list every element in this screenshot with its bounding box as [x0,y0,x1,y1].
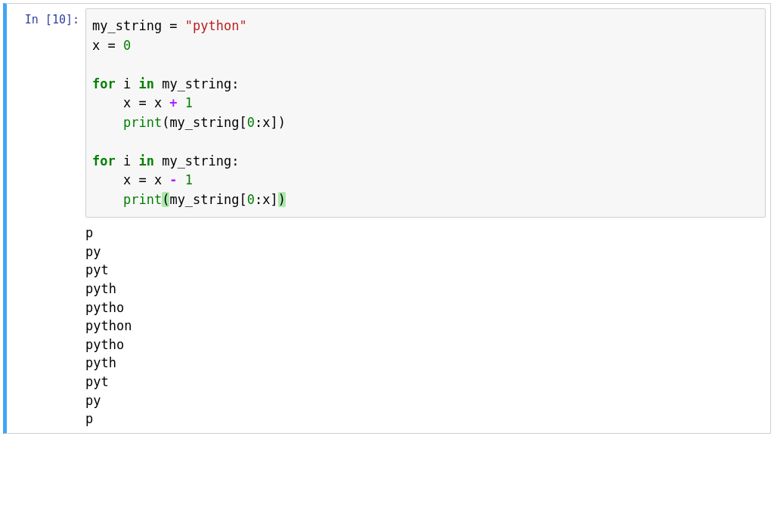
code-keyword: for [92,153,116,169]
prompt-suffix: ]: [66,13,79,26]
output-line: p [85,225,93,240]
prompt-prefix: In [ [25,13,52,26]
output-line: py [85,393,101,408]
code-number: 0 [123,38,131,53]
output-line: pyt [85,262,109,277]
output-line: pyth [85,281,116,296]
code-token: x = [92,38,123,53]
code-token: (my_string[ [162,115,247,130]
code-string-literal: "python" [185,18,247,33]
code-token: x = x [92,172,169,187]
code-builtin: print [123,192,162,207]
code-operator: - [169,172,177,187]
code-token: i [116,153,139,169]
code-keyword: for [92,76,116,91]
code-token [178,95,185,110]
code-number: 1 [185,95,193,110]
output-line: pyt [85,374,109,389]
code-token: = [162,18,185,33]
notebook-cell: In [10]: my_string = "python" x = 0 for … [3,3,771,434]
cell-content: my_string = "python" x = 0 for i in my_s… [85,8,766,428]
code-token [178,172,185,187]
code-number: 0 [247,115,255,130]
code-token: :x]) [255,115,286,130]
output-line: pyth [85,355,116,370]
code-number: 0 [247,192,255,207]
code-token: :x] [255,192,278,207]
code-input[interactable]: my_string = "python" x = 0 for i in my_s… [85,8,766,218]
output-line: py [85,244,101,259]
code-paren-highlight: ) [278,192,286,207]
code-keyword: in [138,153,153,169]
code-keyword: in [138,76,153,91]
code-paren-highlight: ( [162,192,169,207]
code-number: 1 [185,172,193,187]
code-token: my_string [92,18,162,33]
code-token: my_string: [154,153,240,169]
execution-count: 10 [52,13,66,26]
code-token: my_string[ [169,192,246,207]
code-output: p py pyt pyth pytho python pytho pyth py… [85,218,766,428]
code-token: my_string: [154,76,240,91]
input-prompt: In [10]: [7,8,85,428]
code-token [92,192,123,207]
output-line: pytho [85,300,124,315]
code-token: x = x [92,95,169,110]
code-token [92,115,123,130]
code-token: i [116,76,139,91]
code-builtin: print [123,115,162,130]
code-operator: + [169,95,177,110]
output-line: python [85,318,132,333]
output-line: pytho [85,337,124,352]
output-line: p [85,411,93,426]
